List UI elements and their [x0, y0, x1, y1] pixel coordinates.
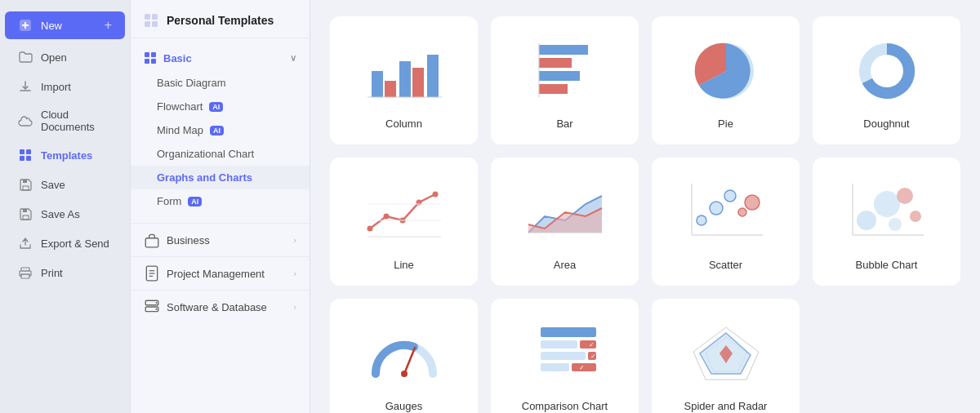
mindmap-label: Mind Map [157, 124, 203, 136]
software-label: Software & Database [167, 301, 267, 313]
svg-rect-21 [145, 238, 158, 247]
save-label: Save [41, 179, 65, 191]
svg-point-64 [897, 188, 913, 204]
basic-diagram-label: Basic Diagram [157, 77, 226, 89]
sidebar-item-templates[interactable]: Templates [5, 141, 125, 169]
project-chevron-icon: › [293, 269, 296, 278]
svg-rect-14 [152, 14, 158, 20]
chart-card-scatter[interactable]: Scatter [652, 158, 800, 286]
area-preview [520, 175, 610, 249]
svg-point-68 [401, 371, 408, 377]
svg-point-63 [874, 191, 900, 217]
svg-point-59 [745, 195, 760, 210]
svg-point-43 [871, 55, 903, 87]
svg-rect-33 [412, 68, 424, 97]
svg-rect-70 [541, 340, 577, 349]
chart-card-area[interactable]: Area [491, 158, 639, 286]
chart-card-comparison[interactable]: ✓ ✓ ✓ Comparison Chart [491, 299, 639, 413]
svg-rect-34 [427, 55, 439, 97]
sidebar-item-open[interactable]: Open [5, 43, 125, 71]
nav-item-org-chart[interactable]: Organizational Chart [131, 142, 310, 166]
svg-point-57 [724, 190, 736, 202]
svg-point-58 [738, 208, 746, 216]
svg-point-48 [432, 192, 438, 198]
svg-rect-5 [20, 156, 24, 161]
svg-rect-11 [21, 268, 29, 271]
doughnut-preview [842, 34, 932, 108]
nav-category-business[interactable]: Business › [131, 223, 310, 256]
line-preview [359, 175, 449, 249]
svg-point-44 [367, 226, 372, 232]
main-content: Column Bar [310, 0, 980, 413]
business-icon [144, 232, 160, 248]
sidebar-item-import[interactable]: Import [5, 73, 125, 100]
nav-item-flowchart[interactable]: Flowchart AI [131, 95, 310, 118]
svg-point-28 [155, 302, 157, 304]
svg-point-66 [889, 218, 902, 231]
sidebar-item-new[interactable]: New + [5, 11, 125, 39]
svg-point-45 [383, 214, 389, 220]
chart-card-bubble[interactable]: Bubble Chart [813, 158, 960, 286]
svg-point-29 [155, 309, 157, 310]
sidebar-item-print[interactable]: Print [5, 259, 125, 286]
svg-text:✓: ✓ [589, 341, 595, 349]
chart-card-line[interactable]: Line [330, 158, 478, 286]
import-label: Import [41, 81, 71, 93]
templates-icon [18, 148, 33, 162]
chart-card-column[interactable]: Column [330, 16, 478, 144]
new-plus-icon: + [105, 18, 112, 33]
print-icon [18, 265, 33, 280]
nav-category-project[interactable]: Project Management › [131, 256, 310, 290]
svg-rect-16 [152, 21, 158, 27]
nav-category-software[interactable]: Software & Database › [131, 290, 310, 323]
svg-rect-9 [23, 215, 29, 220]
software-chevron-icon: › [293, 302, 296, 312]
chart-card-gauges[interactable]: Gauges [330, 299, 478, 413]
chart-card-bar[interactable]: Bar [491, 16, 639, 144]
nav-item-graphs-charts[interactable]: Graphs and Charts [131, 166, 310, 189]
comparison-preview: ✓ ✓ ✓ [520, 317, 610, 390]
business-chevron-icon: › [293, 235, 296, 245]
form-label: Form [157, 195, 181, 207]
folder-icon [18, 50, 33, 64]
svg-text:✓: ✓ [590, 353, 596, 360]
open-label: Open [41, 51, 67, 64]
basic-label: Basic [163, 52, 192, 64]
bar-preview [520, 34, 610, 108]
svg-rect-12 [21, 274, 29, 278]
svg-rect-4 [26, 149, 31, 154]
chart-card-spider[interactable]: Spider and Radar [652, 299, 800, 413]
gauges-preview [359, 317, 449, 390]
flowchart-label: Flowchart [157, 100, 203, 113]
nav-item-basic-diagram[interactable]: Basic Diagram [131, 71, 310, 95]
sidebar-item-cloud[interactable]: Cloud Documents [5, 102, 125, 140]
sidebar-item-export[interactable]: Export & Send [5, 229, 125, 257]
form-ai-badge: AI [188, 197, 202, 206]
svg-point-62 [857, 211, 876, 230]
svg-rect-36 [539, 45, 588, 55]
sidebar-item-save[interactable]: Save [5, 171, 125, 198]
import-icon [18, 79, 33, 94]
chart-card-doughnut[interactable]: Doughnut [813, 16, 960, 144]
basic-section-header[interactable]: Basic ∨ [131, 45, 310, 71]
svg-rect-31 [385, 81, 396, 97]
svg-point-65 [910, 211, 921, 222]
project-icon [144, 265, 160, 282]
gauges-label: Gauges [385, 400, 423, 412]
spider-label: Spider and Radar [684, 400, 768, 412]
sidebar-item-saveas[interactable]: Save As [5, 200, 125, 228]
chart-grid: Column Bar [330, 16, 960, 413]
org-chart-label: Organizational Chart [157, 148, 254, 160]
svg-text:✓: ✓ [579, 364, 585, 371]
nav-item-mindmap[interactable]: Mind Map AI [131, 118, 310, 142]
business-label: Business [167, 234, 210, 246]
nav-item-form[interactable]: Form AI [131, 189, 310, 213]
mindmap-ai-badge: AI [210, 126, 224, 135]
scatter-label: Scatter [709, 259, 742, 271]
personal-templates-title: Personal Templates [167, 14, 274, 27]
chart-card-pie[interactable]: Pie [652, 16, 800, 144]
middle-nav-header: Personal Templates [131, 0, 310, 38]
svg-rect-10 [23, 209, 27, 212]
spider-preview [681, 317, 771, 390]
saveas-label: Save As [41, 208, 80, 220]
